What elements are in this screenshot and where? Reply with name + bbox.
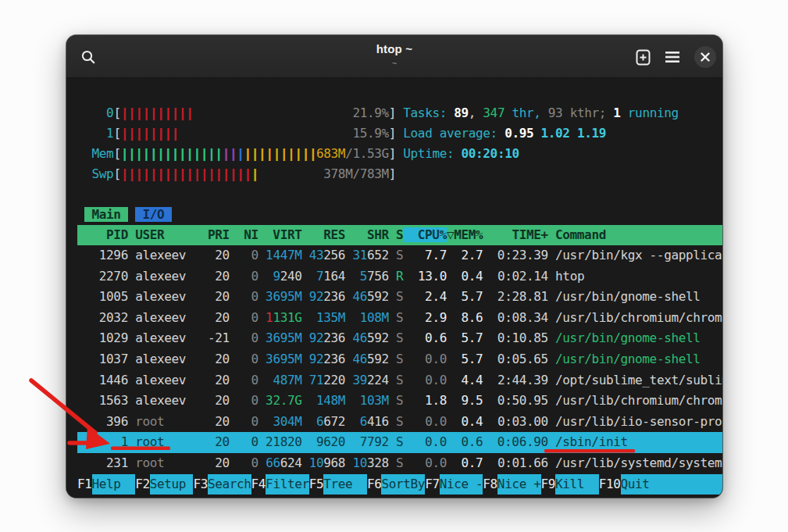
terminal-text-segment: 0:02.14 htop (490, 269, 585, 284)
fn-kill-button[interactable]: Kill (555, 474, 599, 495)
terminal-screen: 0[|||||||||| 21.9%] Tasks: 89, 347 thr, … (66, 78, 722, 498)
terminal-text-segment: 3695M 92 (266, 289, 323, 304)
terminal-text-segment: running (621, 105, 679, 120)
terminal-text-segment: |||||||||||||||||| (121, 166, 251, 181)
spacer-line (77, 184, 722, 205)
terminal-text-segment: 0 (237, 414, 273, 429)
process-row[interactable]: 396 root 20 0 304M 6672 6416 S 0.0 0.4 0… (77, 412, 722, 433)
fn-nice-minus-button[interactable]: Nice - (440, 474, 483, 495)
terminal-text-segment: 32.7G (266, 393, 301, 408)
terminal-text-segment: 0:50.95 /usr/lib/chromium/chromi (490, 393, 722, 408)
terminal-text-segment: S (396, 248, 411, 262)
terminal-text-segment: 0:01.66 /usr/lib/systemd/systemd (490, 455, 722, 470)
tab-main[interactable]: Main (84, 207, 128, 222)
table-header-line[interactable]: PID USER PRI NI VIRT RES SHR S CPU%▽MEM%… (77, 225, 722, 245)
terminal-text-segment: 0.4 (454, 414, 490, 429)
fn-bar-fill (650, 474, 722, 495)
terminal-text-segment: 1.8 (411, 393, 455, 408)
new-tab-icon (634, 48, 652, 66)
terminal-text-segment: S (396, 289, 411, 304)
terminal-text-segment: S 0.0 (396, 373, 454, 387)
fn-key-4: F4 (251, 474, 266, 495)
terminal-text-segment: 3695M 92 (266, 352, 323, 366)
terminal-text-segment: 672 (323, 414, 359, 429)
fn-help-button[interactable]: Help (92, 474, 136, 495)
terminal-text-segment: 256 (323, 248, 352, 262)
new-tab-button[interactable] (632, 46, 654, 68)
terminal-text-segment: 13.0 (411, 269, 455, 284)
terminal-text-segment: 46 (352, 352, 367, 366)
process-row[interactable]: 1037 alexeev 20 0 3695M 92236 46592 S 0.… (77, 349, 722, 370)
fn-setup-button[interactable]: Setup (150, 474, 194, 495)
tab-io[interactable]: I/O (135, 207, 171, 222)
process-row[interactable]: 1029 alexeev -21 0 3695M 92236 46592 S 0… (77, 328, 722, 349)
terminal-text-segment: 1 root 20 0 21820 9620 7792 S 0.0 0.6 0:… (77, 434, 628, 449)
terminal-text-segment: 220 (323, 373, 352, 387)
terminal-text-segment: 231 (77, 455, 135, 470)
process-row[interactable]: 231 root 20 0 66624 10968 10328 S 0.0 0.… (77, 453, 722, 474)
process-row[interactable]: 2032 alexeev 20 0 1131G 135M 108M S 2.9 … (77, 308, 722, 329)
terminal-text-segment: 31 (352, 248, 367, 262)
fn-quit-button[interactable]: Quit (621, 474, 650, 495)
terminal-text-segment: 8.6 (454, 310, 490, 325)
terminal-text-segment: 4.4 (454, 373, 490, 387)
terminal-text-segment: 0 (237, 455, 266, 470)
terminal-text-segment: 0 (237, 310, 266, 325)
terminal-text-segment: /usr/bin/gnome-shell (555, 352, 700, 366)
memory-meter-line: Mem[|||||||||||||||||||||||||||683M/1.53… (77, 144, 722, 164)
terminal-text-segment: 1 (613, 105, 620, 120)
column-header-cpu[interactable]: CPU% (403, 227, 447, 242)
terminal-text-segment: 00:20:10 (462, 146, 519, 161)
process-row[interactable]: 1563 alexeev 20 0 32.7G 148M 103M S 1.8 … (77, 391, 722, 412)
fn-nice-plus-button[interactable]: Nice + (497, 474, 541, 495)
terminal-text-segment: [ (113, 105, 120, 120)
terminal-text-segment: 66 (266, 455, 280, 470)
terminal-text-segment: 683M (316, 146, 345, 161)
terminal-text-segment: 592 (367, 330, 396, 345)
terminal-text-segment: Uptime: (403, 146, 461, 161)
terminal-text-segment: 0 (237, 393, 266, 408)
terminal-text-segment: 5.7 (454, 352, 490, 366)
close-button[interactable] (694, 46, 716, 68)
terminal-text-segment: 0 (77, 105, 113, 120)
process-row[interactable]: 1005 alexeev 20 0 3695M 92236 46592 S 2.… (77, 287, 722, 308)
process-row[interactable]: 2270 alexeev 20 0 9240 7164 5756 R 13.0 … (77, 266, 722, 287)
terminal-text-segment: 2.4 (411, 289, 455, 304)
terminal-text-segment: 592 (367, 352, 396, 366)
fn-tree-button[interactable]: Tree (323, 474, 367, 495)
cpu1-meter-line: 1[|||||||| 15.9%] Load average: 0.95 1.0… (77, 123, 722, 144)
fn-key-2: F2 (135, 474, 150, 495)
terminal-text-segment: S (396, 393, 411, 408)
process-row-selected[interactable]: 1 root 20 0 21820 9620 7792 S 0.0 0.6 0:… (77, 432, 722, 453)
search-button[interactable] (77, 46, 99, 68)
window-title: htop ~ (66, 42, 722, 55)
terminal-text-segment: R (396, 269, 411, 284)
fn-sortby-button[interactable]: SortBy (381, 474, 425, 495)
terminal-text-segment: S 0.0 (396, 455, 454, 470)
terminal-text-segment: 10 (352, 455, 367, 470)
terminal-text-segment: 2032 alexeev 20 (77, 310, 237, 325)
terminal-text-segment: 0 (237, 352, 266, 366)
terminal-text-segment: 1446 alexeev 20 (77, 373, 237, 387)
hamburger-menu-icon (665, 51, 680, 63)
function-key-bar[interactable]: F1Help F2Setup F3SearchF4FilterF5Tree F6… (77, 474, 722, 495)
terminal-text-segment: 652 (367, 248, 396, 262)
terminal-text-segment: 396 (77, 414, 135, 429)
terminal-text-segment: 487M 71 (273, 373, 323, 387)
terminal-text-segment: 240 (280, 269, 316, 284)
terminal-text-segment: 164 (323, 269, 359, 284)
terminal-text-segment: 0.4 (454, 269, 490, 284)
terminal-text-segment: 2.7 (454, 248, 490, 262)
fn-filter-button[interactable]: Filter (266, 474, 309, 495)
terminal-text-segment: 10 (309, 455, 324, 470)
terminal-text-segment: 1029 alexeev -21 (77, 330, 237, 345)
close-icon (701, 52, 710, 62)
process-row[interactable]: 1446 alexeev 20 0 487M 71220 39224 S 0.0… (77, 370, 722, 391)
fn-search-button[interactable]: Search (208, 474, 251, 495)
terminal-text-segment: | (251, 166, 259, 181)
terminal-text-segment: ] (389, 146, 404, 161)
menu-button[interactable] (661, 46, 683, 68)
terminal-text-segment: 46 (352, 289, 367, 304)
terminal-text-segment: 1037 alexeev 20 (77, 352, 237, 366)
process-row[interactable]: 1296 alexeev 20 0 1447M 43256 31652 S 7.… (77, 245, 722, 266)
